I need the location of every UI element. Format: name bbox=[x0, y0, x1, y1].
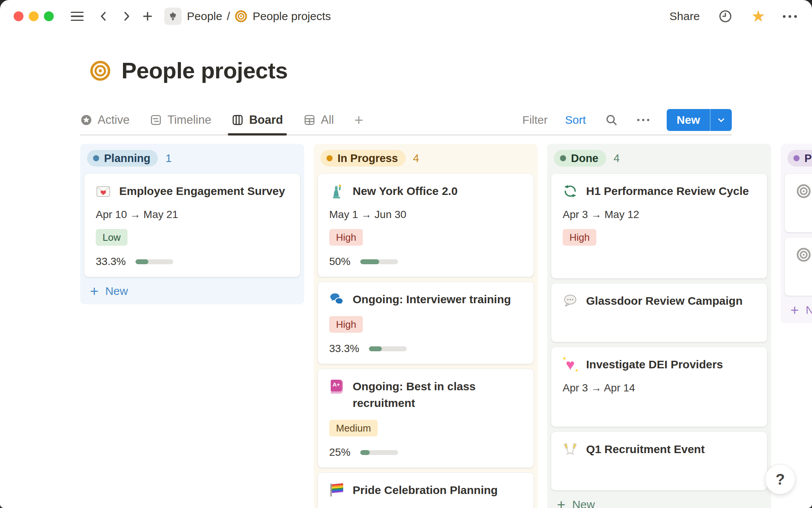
view-tab-bar: Active Timeline Board All + Filter Sort bbox=[80, 106, 732, 136]
new-button-label: New bbox=[667, 109, 710, 131]
topbar-actions: Share ★ bbox=[669, 8, 797, 25]
minimize-window-button[interactable] bbox=[29, 11, 39, 21]
table-icon bbox=[303, 114, 316, 126]
column-status-pill[interactable]: In Progress bbox=[320, 150, 406, 167]
filter-button[interactable]: Filter bbox=[523, 114, 548, 126]
breadcrumb-teamspace[interactable]: People bbox=[187, 10, 222, 23]
progress-fill bbox=[360, 450, 370, 455]
sort-button[interactable]: Sort bbox=[565, 114, 586, 126]
recycle-arrows-icon bbox=[563, 184, 578, 199]
board-column-done: Done4H1 Performance Review CycleApr 3 → … bbox=[547, 144, 771, 508]
board-card[interactable] bbox=[784, 237, 812, 296]
board-card[interactable]: Q1 Recruitment Event bbox=[551, 432, 767, 491]
teamspace-flower-icon[interactable] bbox=[164, 8, 182, 25]
column-new-button[interactable]: +New bbox=[551, 495, 767, 508]
priority-tag-row: High bbox=[329, 221, 522, 246]
nav-forward-icon[interactable] bbox=[118, 8, 135, 25]
card-title-row: Pride Celebration Planning bbox=[329, 482, 522, 499]
card-title: Q1 Recruitment Event bbox=[586, 441, 705, 458]
sidebar-toggle-icon[interactable] bbox=[69, 8, 86, 25]
chevron-down-icon[interactable] bbox=[711, 109, 732, 131]
tab-board[interactable]: Board bbox=[232, 106, 283, 134]
column-status-pill[interactable]: Paused bbox=[787, 150, 812, 167]
column-status-label: In Progress bbox=[338, 152, 398, 165]
view-more-options-icon[interactable] bbox=[637, 119, 649, 121]
column-status-label: Paused bbox=[804, 152, 812, 165]
progress-value: 50% bbox=[329, 256, 350, 268]
status-dot-icon bbox=[93, 155, 99, 161]
status-dot-icon bbox=[793, 155, 800, 161]
board-card[interactable]: Employee Engagement SurveyApr 10 → May 2… bbox=[84, 173, 300, 277]
progress-bar bbox=[135, 259, 173, 264]
search-icon[interactable] bbox=[603, 112, 620, 128]
column-status-pill[interactable]: Planning bbox=[87, 150, 158, 167]
tab-all[interactable]: All bbox=[303, 106, 334, 134]
status-dot-icon bbox=[560, 155, 566, 161]
card-title: New York Office 2.0 bbox=[353, 183, 457, 199]
board-card[interactable]: H1 Performance Review CycleApr 3 → May 1… bbox=[551, 173, 767, 279]
card-title: Investigate DEI Providers bbox=[586, 356, 723, 373]
board-card[interactable] bbox=[784, 173, 812, 232]
breadcrumb: People / People projects bbox=[164, 8, 331, 25]
new-button-label: New bbox=[105, 285, 128, 298]
priority-tag-row: High bbox=[563, 221, 756, 246]
board-card[interactable]: Ongoing: Interviewer trainingHigh33.3% bbox=[317, 282, 534, 364]
card-title: Pride Celebration Planning bbox=[353, 482, 498, 499]
board-card[interactable]: ♥★★Investigate DEI ProvidersApr 3 → Apr … bbox=[551, 347, 767, 427]
card-title-row: H1 Performance Review Cycle bbox=[563, 183, 756, 199]
card-title-row: ♥★★Investigate DEI Providers bbox=[563, 356, 756, 373]
tab-active[interactable]: Active bbox=[80, 106, 129, 134]
card-title: Glassdoor Review Campaign bbox=[586, 293, 742, 309]
card-title-row: Ongoing: Interviewer training bbox=[329, 291, 522, 308]
column-new-button[interactable]: +New bbox=[84, 282, 300, 301]
column-status-pill[interactable]: Done bbox=[554, 150, 606, 167]
add-view-plus-icon[interactable]: + bbox=[354, 106, 363, 134]
favorite-star-icon[interactable]: ★ bbox=[751, 8, 765, 24]
progress-fill bbox=[369, 346, 381, 351]
progress-value: 25% bbox=[329, 446, 350, 458]
card-date-range: Apr 3 → May 12 bbox=[563, 209, 756, 221]
plus-icon: + bbox=[90, 284, 98, 298]
tab-label: Active bbox=[98, 113, 129, 127]
column-header: Paused bbox=[784, 148, 812, 169]
breadcrumb-page[interactable]: People projects bbox=[235, 10, 331, 23]
column-status-label: Planning bbox=[104, 152, 150, 165]
breadcrumb-separator: / bbox=[227, 10, 230, 23]
column-count: 1 bbox=[165, 152, 171, 165]
speech-bubbles-icon bbox=[329, 292, 344, 307]
page-title-target-icon[interactable] bbox=[90, 60, 111, 81]
active-star-icon bbox=[80, 114, 92, 126]
card-date-range: May 1 → Jun 30 bbox=[329, 209, 522, 221]
progress-fill bbox=[360, 259, 379, 264]
help-button[interactable]: ? bbox=[765, 464, 795, 494]
tab-timeline[interactable]: Timeline bbox=[150, 106, 211, 134]
new-button-label: New bbox=[572, 498, 595, 508]
new-tab-plus-icon[interactable] bbox=[139, 8, 156, 25]
timeline-icon bbox=[150, 114, 162, 126]
priority-tag: High bbox=[563, 229, 596, 246]
more-options-icon[interactable] bbox=[783, 15, 797, 18]
column-header: Done4 bbox=[551, 148, 767, 169]
board-card[interactable]: A+Ongoing: Best in class recruitmentMedi… bbox=[317, 369, 534, 468]
share-button[interactable]: Share bbox=[669, 10, 700, 23]
board-column-planning: Planning1Employee Engagement SurveyApr 1… bbox=[80, 144, 304, 304]
new-record-button[interactable]: New bbox=[667, 109, 732, 131]
zoom-window-button[interactable] bbox=[44, 11, 54, 21]
updates-clock-icon[interactable] bbox=[717, 8, 734, 25]
column-new-button[interactable]: +New bbox=[784, 301, 812, 319]
page-header: People projects bbox=[0, 58, 812, 84]
nav-back-icon[interactable] bbox=[95, 8, 112, 25]
card-progress: 33.3% bbox=[329, 343, 522, 355]
card-title: Ongoing: Best in class recruitment bbox=[353, 378, 522, 411]
rainbow-flag-icon bbox=[329, 483, 344, 498]
board-card[interactable]: Pride Celebration Planning bbox=[317, 472, 534, 508]
board-card[interactable]: Glassdoor Review Campaign bbox=[551, 283, 767, 342]
status-dot-icon bbox=[327, 155, 333, 161]
card-title: Ongoing: Interviewer training bbox=[353, 291, 511, 308]
page-title[interactable]: People projects bbox=[121, 58, 288, 84]
close-window-button[interactable] bbox=[14, 11, 23, 21]
progress-value: 33.3% bbox=[96, 256, 126, 268]
card-title-row: Glassdoor Review Campaign bbox=[563, 293, 756, 309]
board-card[interactable]: New York Office 2.0May 1 → Jun 30High50% bbox=[317, 173, 534, 277]
app-window: People / People projects Share ★ People … bbox=[0, 0, 812, 508]
